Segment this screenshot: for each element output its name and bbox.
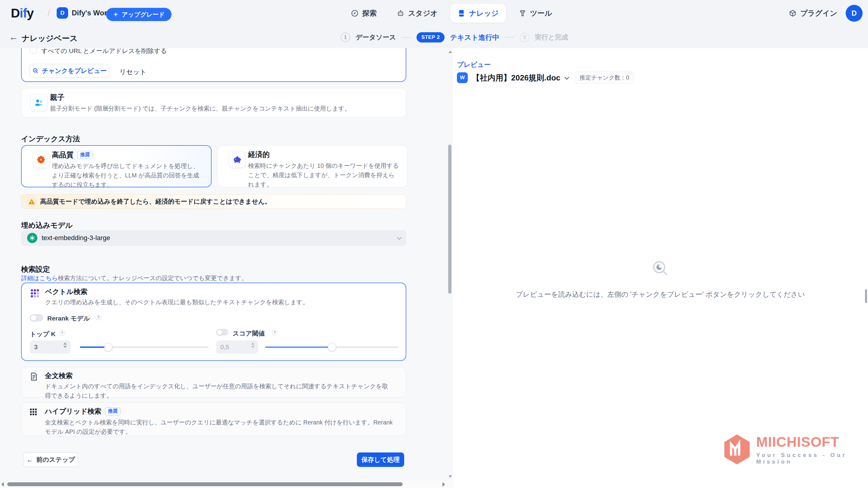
warning-banner: 高品質モードで埋め込みを終了したら、経済的モードに戻すことはできません。 [21,194,406,209]
openai-icon [27,233,37,243]
top-navbar: Dify / D Dify's Workspace アップグレード 探索 スタジ… [0,0,868,27]
scroll-right-arrow[interactable] [442,482,445,487]
embedding-model-select[interactable]: text-embedding-3-large [21,230,406,246]
previous-step-button[interactable]: ← 前のステップ [23,452,78,467]
step3-circle: 3 [520,33,530,42]
plugins-label: プラグイン [800,8,837,18]
parent-child-title: 親子 [50,93,64,102]
remove-urls-checkbox[interactable] [30,48,37,54]
horizontal-scrollbar-thumb[interactable] [7,482,403,486]
sub-header: ← ナレッジベース 1 データソース STEP 2 テキスト進行中 3 実行と完… [0,27,868,48]
nav-explore[interactable]: 探索 [344,4,384,23]
vector-search-card[interactable]: ベクトル検索 クエリの埋め込みを生成し、そのベクトル表現に最も類似したテキストチ… [21,283,406,361]
topk-input[interactable]: 3 [30,340,70,354]
economical-card[interactable]: 経済的 検索時にチャンクあたり 10 個のキーワードを使用することで、精度は低下… [218,145,408,187]
step-divider [505,37,515,38]
fulltext-search-card[interactable]: 全文検索 ドキュメント内のすべての用語をインデックス化し、ユーザーが任意の用語を… [21,367,406,398]
reset-button[interactable]: リセット [119,67,147,76]
nav-tools[interactable]: ツール [512,4,559,23]
dify-knowledge-create-page: Dify / D Dify's Workspace アップグレード 探索 スタジ… [0,0,868,488]
economical-title: 経済的 [248,150,270,159]
step1-circle: 1 [341,33,350,42]
page-scrollbar-thumb[interactable] [865,289,867,303]
score-slider-thumb[interactable] [328,343,336,351]
page-title: ナレッジベース [22,33,78,44]
step2-label: テキスト進行中 [450,33,499,42]
hybrid-search-card[interactable]: ハイブリッド検索推奨 全文検索とベクトル検索を同時に実行し、ユーザーのクエリに最… [21,402,406,436]
package-icon [789,9,797,17]
step3: 3 実行と完成 [520,33,568,42]
nav-studio-label: スタジオ [408,8,438,18]
workspace-avatar: D [57,7,68,19]
nav-studio[interactable]: スタジオ [390,4,445,23]
step2-badge: STEP 2 [416,32,444,42]
step-divider [401,37,411,38]
high-quality-icon [33,151,50,168]
preview-empty-state: プレビューを読み込むには、左側の 'チャンクをプレビュー' ボタンをクリックして… [453,259,868,299]
horizontal-scrollbar[interactable] [0,481,454,488]
hybrid-grid-icon [29,407,39,417]
embedding-model-heading: 埋め込みモデル [21,221,73,230]
rerank-toggle[interactable] [30,314,43,321]
topk-stepper[interactable] [63,343,67,348]
divider-slash: / [48,8,50,18]
index-method-heading: インデックス方法 [21,134,80,144]
topk-help-icon[interactable]: ? [59,330,65,336]
economical-desc: 検索時にチャンクあたり 10 個のキーワードを使用することで、精度は低下しますが… [248,161,400,189]
scroll-up-arrow[interactable] [448,51,452,53]
embedding-model-value: text-embedding-3-large [41,234,110,242]
topk-slider[interactable] [80,347,209,348]
plugins-button[interactable]: プラグイン [789,8,837,18]
robot-icon [397,9,404,17]
nav-knowledge[interactable]: ナレッジ [450,4,506,23]
miichisoft-brand-name: MIICHISOFT [756,434,868,450]
user-avatar[interactable]: D [846,5,863,22]
high-quality-title: 高品質推奨 [52,150,93,160]
book-icon [458,9,465,17]
high-quality-desc: 埋め込みモデルを呼び出してドキュメントを処理し、より正確な検索を行うと、LLM … [52,161,204,190]
retrieval-heading: 検索設定 [21,264,50,274]
remove-urls-label: すべての URL とメールアドレスを削除する [41,48,167,55]
miichisoft-watermark: MIICHISOFT Your Success - Our Mission [723,431,868,467]
score-help-icon[interactable]: ? [272,330,278,335]
learn-more-link[interactable]: 詳細はこちら [21,275,58,281]
document-selector[interactable]: W 【社内用】2026規則.doc 推定チャンク数：0 [457,72,634,84]
dify-logo[interactable]: Dify [11,6,33,21]
scroll-down-arrow[interactable] [448,475,452,478]
fulltext-desc: ドキュメント内のすべての用語をインデックス化し、ユーザーが任意の用語を検索してそ… [45,382,393,400]
topk-value: 3 [34,344,38,351]
main-nav: 探索 スタジオ ナレッジ ツール [344,4,559,23]
miichisoft-logo-icon [723,431,751,467]
preview-empty-message: プレビューを読み込むには、左側の 'チャンクをプレビュー' ボタンをクリックして… [453,290,868,299]
nav-tools-label: ツール [530,8,552,18]
warning-text: 高品質モードで埋め込みを終了したら、経済的モードに戻すことはできません。 [40,197,271,206]
fulltext-title: 全文検索 [45,371,73,381]
back-arrow-icon: ← [26,456,33,464]
score-threshold-toggle[interactable] [216,329,228,335]
scroll-left-arrow[interactable] [1,482,4,487]
vector-grid-icon [30,288,40,298]
vertical-scrollbar-thumb[interactable] [448,144,452,294]
save-and-process-button[interactable]: 保存して処理 [357,452,404,467]
score-threshold-input[interactable]: 0,5 [216,340,258,354]
tool-icon [519,9,527,17]
score-stepper[interactable] [251,343,255,348]
parent-child-desc: 親子分割モード (階層分割モード) では、子チャンクを検索に、親チャンクをコンテ… [50,104,394,113]
retrieval-hint: 詳細はこちら検索方法について。ナレッジベースの設定でいつでも変更できます。 [21,274,247,282]
back-arrow-icon[interactable]: ← [9,32,18,42]
recommended-badge: 推奨 [105,407,121,415]
magnifier-empty-icon [651,259,670,278]
nav-explore-label: 探索 [362,8,377,18]
topk-slider-thumb[interactable] [104,343,113,351]
high-quality-card[interactable]: 高品質推奨 埋め込みモデルを呼び出してドキュメントを処理し、より正確な検索を行う… [21,145,212,187]
previous-step-label: 前のステップ [36,455,75,464]
preview-chunks-button[interactable]: チャンクをプレビュー [30,64,110,78]
sparkle-icon [113,11,119,18]
score-slider[interactable] [265,347,398,348]
preview-panel: プレビュー W 【社内用】2026規則.doc 推定チャンク数：0 プレビューを… [453,48,868,488]
upgrade-button[interactable]: アップグレード [106,8,172,21]
preview-chunks-label: チャンクをプレビュー [42,67,106,75]
parent-child-card[interactable]: 親子 親子分割モード (階層分割モード) では、子チャンクを検索に、親チャンクを… [21,88,406,118]
rerank-help-icon[interactable]: ? [96,315,101,320]
hybrid-title: ハイブリッド検索推奨 [45,407,121,416]
